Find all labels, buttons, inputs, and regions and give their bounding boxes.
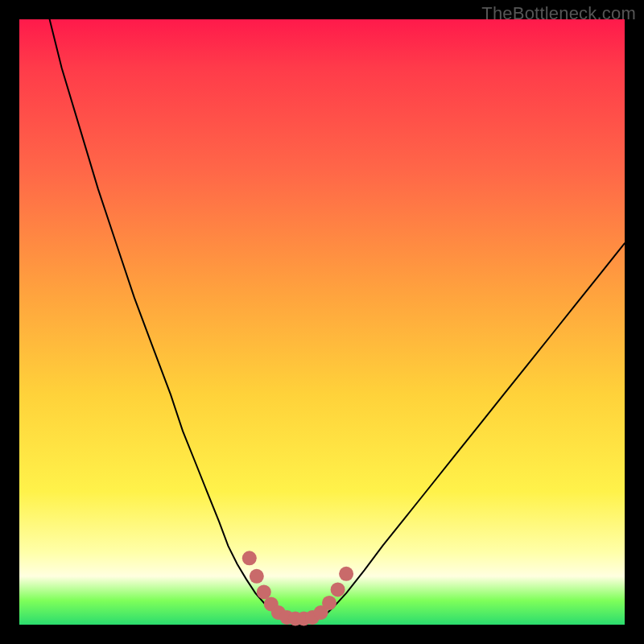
outer-frame: TheBottleneck.com (0, 0, 644, 644)
chart-svg (19, 19, 625, 625)
valley-marker (242, 551, 257, 565)
valley-marker (250, 569, 264, 584)
valley-marker (339, 567, 353, 581)
valley-marker (331, 582, 345, 597)
valley-marker-group (242, 551, 353, 625)
valley-marker (257, 584, 271, 599)
chart-plot-area (19, 19, 625, 625)
bottleneck-curve (50, 19, 625, 619)
valley-marker (322, 596, 336, 610)
